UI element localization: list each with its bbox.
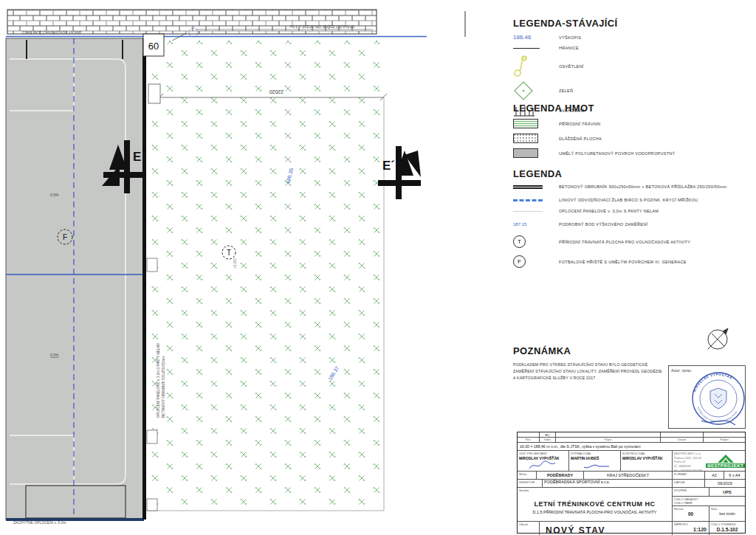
bestprojekt-logo-text: BESTPROJEKT bbox=[706, 463, 745, 468]
scale-value: 1:120 bbox=[673, 527, 709, 532]
site-plan: STÁVAJÍCÍ ZDĚNÉ OPLOCENÍ v. 2,0m LINIOVÝ… bbox=[0, 0, 487, 535]
marker-t-sample: T bbox=[513, 235, 526, 248]
stage-value: UPS bbox=[709, 488, 745, 496]
company-line: tel.: +420 604 150 180 bbox=[674, 469, 704, 471]
paving-swatch bbox=[513, 134, 538, 143]
place-value: PODĚBRADY bbox=[537, 472, 584, 479]
legend-row: ZELEŇ bbox=[513, 80, 749, 101]
svg-text:60: 60 bbox=[148, 41, 159, 52]
revision-strip-values: RC bbox=[518, 432, 745, 438]
leader-box bbox=[147, 258, 157, 272]
elevation-t: +0.000 bbox=[233, 258, 237, 269]
role-label: KONTROLOVAL bbox=[621, 451, 672, 456]
legend-new: LEGENDA BETONOVÝ OBRUBNÍK 500x250x50mm +… bbox=[513, 168, 756, 273]
state-value: bez změn bbox=[709, 511, 745, 516]
legend-new-title: LEGENDA bbox=[513, 168, 756, 179]
wall-label: STÁVAJÍCÍ ZDĚNÉ OPLOCENÍ v. 2,0m bbox=[289, 24, 354, 30]
project-subtitle: D.1.5 PŘÍRODNÍ TRAVNATÁ PLOCHA PRO VOLNO… bbox=[532, 510, 656, 514]
elevation-note: ±0.00 = 188,46 m n.m., dle S-JTSK, výška… bbox=[518, 444, 641, 449]
legend-row: PŘÍRODNÍ TRÁVNÍK bbox=[513, 119, 749, 128]
company-line: Pátkova 2055, 100 00 Praha 10 bbox=[674, 457, 704, 465]
content-title: NOVÝ STAV bbox=[540, 525, 605, 535]
investor-row: INVESTOR PODĚBRADSKÁ SPORTOVNÍ s.r.o. DA… bbox=[518, 480, 745, 488]
roles-row: ODP. PROJEKTANT MIROSLAV VYPUŠŤÁK VYPRAC… bbox=[518, 451, 745, 472]
legend-row: OPLOCENÍ PANELOVÉ v. 3,0m S PANTY NELAM bbox=[513, 209, 756, 213]
marker-f-sample: F bbox=[513, 255, 526, 268]
project-row: Stavba LETNÍ TRÉNINKOVÉ CENTRUM HC D.1.5… bbox=[518, 488, 745, 522]
section-marker-e-prime: E´ bbox=[378, 146, 421, 199]
marker-t: T bbox=[227, 249, 231, 257]
revision-value: 00 bbox=[673, 511, 709, 517]
legend-hmot: LEGENDA HMOT PŘÍRODNÍ TRÁVNÍK DLÁŽDĚNÁ P… bbox=[513, 103, 749, 163]
legend-row: T PŘÍRODNÍ TRAVNATÁ PLOCHA PRO VOLNOČASO… bbox=[513, 235, 756, 248]
grass-area: 22020 186.35 186.37 T +0.000 OPLOCENÍ PA… bbox=[146, 41, 387, 511]
date-value: 09/2019 bbox=[705, 480, 745, 487]
svg-text:E: E bbox=[133, 150, 141, 164]
boundary-line-icon bbox=[513, 48, 540, 49]
company-cell: BESTPROJEKT s.r.o. Pátkova 2055, 100 00 … bbox=[673, 451, 745, 471]
leader-box bbox=[147, 499, 157, 511]
slope-bottom: 0,5% bbox=[50, 353, 59, 357]
legend-row: OSVĚTLENÍ bbox=[513, 55, 749, 77]
legend-row: 186.46 VÝŠKOPIS bbox=[513, 34, 749, 41]
bestprojekt-logo-icon bbox=[716, 454, 735, 463]
role-label: ODP. PROJEKTANT bbox=[518, 451, 568, 456]
legend-row: BETONOVÝ OBRUBNÍK 500x250x50mm + BETONOV… bbox=[513, 184, 756, 189]
role-name: MIROSLAV VYPUŠŤÁK bbox=[621, 456, 664, 460]
place-row: Místo PODĚBRADY KRAJ STŘEDOČESKÝ FORMÁT … bbox=[518, 472, 745, 480]
format2-value: 6 x A4 bbox=[724, 472, 745, 479]
tree-icon bbox=[513, 80, 534, 101]
investor-value: PODĚBRADSKÁ SPORTOVNÍ s.r.o. bbox=[543, 480, 611, 484]
legend-existing-title: LEGENDA-STÁVAJÍCÍ bbox=[513, 18, 749, 29]
elevation-note-row: ±0.00 = 188,46 m n.m., dle S-JTSK, výška… bbox=[518, 443, 745, 451]
divider-note-1: OPLOCENÍ PANELOVÉ v. 3,0m S PANTY NELAM bbox=[156, 343, 160, 418]
divider-note-2: BETONOVÝ OBRUBNÍK 500x250x50mm bbox=[161, 356, 165, 418]
slope-top: 0,5% bbox=[50, 193, 59, 197]
legend-row: F FOTBALOVÉ HŘIŠTĚ S UMĚLÝM POVRCHEM III… bbox=[513, 255, 756, 268]
drain-line-icon bbox=[513, 199, 543, 201]
note-title: POZNÁMKA bbox=[513, 345, 756, 356]
role-label: VYPRACOVAL bbox=[569, 451, 620, 456]
legend-row: HRANICE bbox=[513, 46, 749, 50]
football-pitch-area: F 0,5% 0,5% bbox=[6, 38, 144, 520]
dim-box-60: 60 bbox=[143, 34, 164, 56]
leader-box bbox=[147, 430, 157, 443]
catch-fence-note: ZÁCHYTNÉ OPLOCENÍ v. 5,0m bbox=[13, 520, 66, 525]
revision-rc: RC bbox=[540, 432, 556, 437]
legend-row: UMĚLÝ POLYURETANOVÝ POVRCH VODOPROPUSTNÝ bbox=[513, 148, 749, 158]
survey-point-sample: 187.15 bbox=[513, 222, 526, 227]
project-title: LETNÍ TRÉNINKOVÉ CENTRUM HC bbox=[535, 500, 656, 508]
drawing-sheet: STÁVAJÍCÍ ZDĚNÉ OPLOCENÍ v. 2,0m LINIOVÝ… bbox=[0, 0, 756, 535]
title-block: RC Rev. Index Popis Datum Podpis ±0.00 =… bbox=[517, 432, 746, 534]
divider-curb bbox=[142, 38, 146, 520]
revision-strip-labels: Rev. Index Popis Datum Podpis bbox=[518, 438, 745, 443]
content-row: Obsah NOVÝ STAV MĚŘÍTKO 1:120 ČÍSLO VÝKR… bbox=[518, 522, 745, 535]
author-box: Autor. zprac: MIROSLAV VYPUŠŤÁK AUTORIZO… bbox=[668, 365, 746, 429]
company-line: BESTPROJEKT s.r.o. bbox=[674, 452, 704, 457]
grass-swatch bbox=[513, 119, 538, 128]
leader-box bbox=[148, 84, 160, 103]
format-value: A2 bbox=[705, 472, 724, 479]
signature bbox=[528, 460, 557, 471]
polyurethane-swatch bbox=[513, 148, 538, 158]
legend-row: 187.15 PODROBNÝ BOD VÝŠKOVÉHO ZAMĚŘENÍ bbox=[513, 222, 756, 227]
fence-line-icon bbox=[513, 211, 543, 212]
legend-hmot-title: LEGENDA HMOT bbox=[513, 103, 749, 114]
curb-line-icon bbox=[513, 185, 543, 189]
signature bbox=[583, 460, 612, 471]
legend-row: LINIOVÝ ODVODŇOVACÍ ŽLAB BIRCO S POZINK.… bbox=[513, 198, 756, 202]
dimension-value: 22020 bbox=[269, 89, 284, 94]
elevation-sample: 186.46 bbox=[513, 34, 531, 41]
authorization-stamp: MIROSLAV VYPUŠŤÁK AUTORIZOVANÝ TECHNIK P… bbox=[688, 366, 747, 429]
legend-row: DLÁŽDĚNÁ PLOCHA bbox=[513, 134, 749, 143]
drawing-number-value: D.1.5-102 bbox=[709, 527, 745, 532]
marker-f: F bbox=[63, 233, 67, 241]
street-lamp-icon bbox=[513, 55, 529, 77]
drain-label: LINIOVÝ ODVODŇOVACÍ ŽLAB BIRCO bbox=[21, 30, 81, 35]
region-value: KRAJ STŘEDOČESKÝ bbox=[584, 472, 673, 479]
note-body: PODKLADEM PRO VÝKRES STÁVAJÍCÍHO STAVU B… bbox=[513, 362, 665, 382]
svg-text:E´: E´ bbox=[382, 159, 395, 173]
